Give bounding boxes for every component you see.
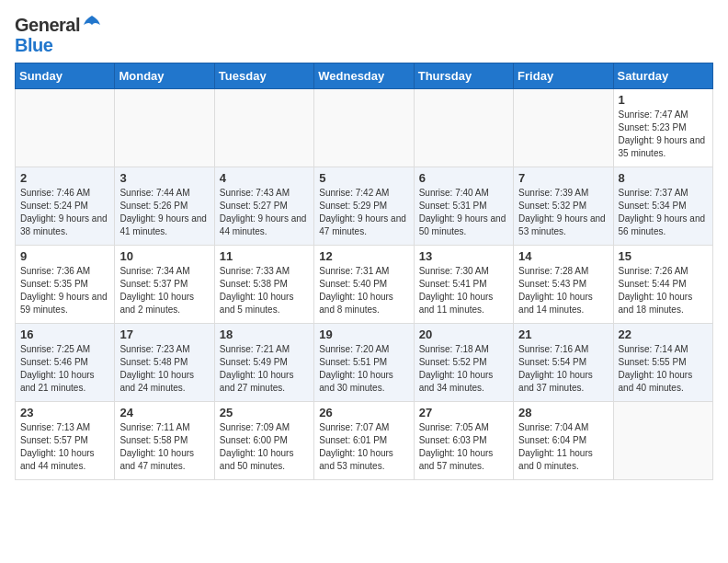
day-number: 24 [119, 406, 209, 419]
day-info: Sunrise: 7:30 AM Sunset: 5:41 PM Dayligh… [419, 265, 508, 316]
day-number: 14 [518, 249, 608, 263]
day-number: 22 [619, 327, 708, 341]
calendar-cell [115, 89, 214, 167]
day-info: Sunrise: 7:43 AM Sunset: 5:27 PM Dayligh… [220, 187, 309, 238]
day-info: Sunrise: 7:09 AM Sunset: 6:00 PM Dayligh… [220, 421, 309, 473]
day-number: 12 [319, 249, 408, 263]
calendar-cell [514, 89, 613, 167]
day-info: Sunrise: 7:04 AM Sunset: 6:04 PM Dayligh… [518, 421, 608, 473]
calendar-cell: 10Sunrise: 7:34 AM Sunset: 5:37 PM Dayli… [115, 246, 214, 324]
day-number: 26 [319, 406, 408, 419]
day-info: Sunrise: 7:26 AM Sunset: 5:44 PM Dayligh… [619, 265, 708, 316]
day-info: Sunrise: 7:20 AM Sunset: 5:51 PM Dayligh… [319, 343, 408, 395]
calendar-table: SundayMondayTuesdayWednesdayThursdayFrid… [15, 63, 713, 480]
calendar-cell: 25Sunrise: 7:09 AM Sunset: 6:00 PM Dayli… [214, 402, 313, 480]
day-info: Sunrise: 7:40 AM Sunset: 5:31 PM Dayligh… [419, 187, 508, 238]
calendar-cell: 20Sunrise: 7:18 AM Sunset: 5:52 PM Dayli… [414, 324, 513, 402]
calendar-header: SundayMondayTuesdayWednesdayThursdayFrid… [16, 63, 713, 89]
weekday-monday: Monday [115, 63, 214, 89]
day-number: 1 [619, 93, 708, 107]
calendar-cell: 17Sunrise: 7:23 AM Sunset: 5:48 PM Dayli… [115, 324, 214, 402]
day-number: 5 [319, 171, 408, 185]
day-info: Sunrise: 7:28 AM Sunset: 5:43 PM Dayligh… [518, 265, 608, 316]
calendar-cell: 19Sunrise: 7:20 AM Sunset: 5:51 PM Dayli… [314, 324, 414, 402]
calendar-cell: 3Sunrise: 7:44 AM Sunset: 5:26 PM Daylig… [115, 167, 214, 246]
logo-container: General Blue [15, 15, 102, 55]
calendar-cell: 21Sunrise: 7:16 AM Sunset: 5:54 PM Dayli… [514, 324, 613, 402]
calendar-cell: 7Sunrise: 7:39 AM Sunset: 5:32 PM Daylig… [514, 167, 613, 246]
calendar-cell: 16Sunrise: 7:25 AM Sunset: 5:46 PM Dayli… [16, 324, 115, 402]
day-info: Sunrise: 7:47 AM Sunset: 5:23 PM Dayligh… [619, 109, 708, 160]
day-number: 9 [20, 249, 109, 263]
weekday-thursday: Thursday [414, 63, 513, 89]
day-number: 13 [419, 249, 508, 263]
day-info: Sunrise: 7:07 AM Sunset: 6:01 PM Dayligh… [319, 421, 408, 473]
logo-bird-icon [82, 14, 102, 34]
day-number: 6 [419, 171, 508, 185]
calendar-cell: 9Sunrise: 7:36 AM Sunset: 5:35 PM Daylig… [16, 246, 115, 324]
calendar-week-2: 9Sunrise: 7:36 AM Sunset: 5:35 PM Daylig… [16, 246, 713, 324]
calendar-cell [414, 89, 513, 167]
calendar-cell [16, 89, 115, 167]
weekday-friday: Friday [514, 63, 613, 89]
day-info: Sunrise: 7:14 AM Sunset: 5:55 PM Dayligh… [619, 343, 708, 395]
calendar-week-3: 16Sunrise: 7:25 AM Sunset: 5:46 PM Dayli… [16, 324, 713, 402]
logo: General Blue [15, 15, 102, 55]
weekday-sunday: Sunday [16, 63, 115, 89]
day-info: Sunrise: 7:42 AM Sunset: 5:29 PM Dayligh… [319, 187, 408, 238]
calendar-cell: 6Sunrise: 7:40 AM Sunset: 5:31 PM Daylig… [414, 167, 513, 246]
day-info: Sunrise: 7:37 AM Sunset: 5:34 PM Dayligh… [619, 187, 708, 238]
calendar-cell: 27Sunrise: 7:05 AM Sunset: 6:03 PM Dayli… [414, 402, 513, 480]
day-number: 10 [119, 249, 209, 263]
day-info: Sunrise: 7:25 AM Sunset: 5:46 PM Dayligh… [20, 343, 109, 395]
calendar-cell: 26Sunrise: 7:07 AM Sunset: 6:01 PM Dayli… [314, 402, 414, 480]
day-number: 11 [220, 249, 309, 263]
calendar-cell: 23Sunrise: 7:13 AM Sunset: 5:57 PM Dayli… [16, 402, 115, 480]
day-info: Sunrise: 7:36 AM Sunset: 5:35 PM Dayligh… [20, 265, 109, 316]
weekday-tuesday: Tuesday [214, 63, 313, 89]
calendar-cell: 13Sunrise: 7:30 AM Sunset: 5:41 PM Dayli… [414, 246, 513, 324]
weekday-header-row: SundayMondayTuesdayWednesdayThursdayFrid… [16, 63, 713, 89]
calendar-cell: 5Sunrise: 7:42 AM Sunset: 5:29 PM Daylig… [314, 167, 414, 246]
calendar-week-4: 23Sunrise: 7:13 AM Sunset: 5:57 PM Dayli… [16, 402, 713, 480]
day-number: 3 [119, 171, 209, 185]
day-info: Sunrise: 7:13 AM Sunset: 5:57 PM Dayligh… [20, 421, 109, 473]
calendar-cell: 22Sunrise: 7:14 AM Sunset: 5:55 PM Dayli… [613, 324, 712, 402]
day-info: Sunrise: 7:05 AM Sunset: 6:03 PM Dayligh… [419, 421, 508, 473]
calendar-cell: 12Sunrise: 7:31 AM Sunset: 5:40 PM Dayli… [314, 246, 414, 324]
calendar-cell: 15Sunrise: 7:26 AM Sunset: 5:44 PM Dayli… [613, 246, 712, 324]
day-info: Sunrise: 7:34 AM Sunset: 5:37 PM Dayligh… [119, 265, 209, 316]
day-info: Sunrise: 7:31 AM Sunset: 5:40 PM Dayligh… [319, 265, 408, 316]
calendar-cell: 8Sunrise: 7:37 AM Sunset: 5:34 PM Daylig… [613, 167, 712, 246]
day-info: Sunrise: 7:21 AM Sunset: 5:49 PM Dayligh… [220, 343, 309, 395]
day-number: 17 [119, 327, 209, 341]
day-number: 25 [220, 406, 309, 419]
calendar-cell [613, 402, 712, 480]
calendar-cell: 18Sunrise: 7:21 AM Sunset: 5:49 PM Dayli… [214, 324, 313, 402]
day-number: 15 [619, 249, 708, 263]
day-info: Sunrise: 7:23 AM Sunset: 5:48 PM Dayligh… [119, 343, 209, 395]
day-number: 28 [518, 406, 608, 419]
page-header: General Blue [15, 15, 713, 55]
calendar-cell: 4Sunrise: 7:43 AM Sunset: 5:27 PM Daylig… [214, 167, 313, 246]
logo-general: General [15, 15, 80, 35]
day-number: 7 [518, 171, 608, 185]
calendar-cell [314, 89, 414, 167]
logo-blue: Blue [15, 35, 52, 55]
day-number: 16 [20, 327, 109, 341]
day-number: 20 [419, 327, 508, 341]
calendar-cell [214, 89, 313, 167]
day-info: Sunrise: 7:33 AM Sunset: 5:38 PM Dayligh… [220, 265, 309, 316]
weekday-saturday: Saturday [613, 63, 712, 89]
day-info: Sunrise: 7:18 AM Sunset: 5:52 PM Dayligh… [419, 343, 508, 395]
day-info: Sunrise: 7:16 AM Sunset: 5:54 PM Dayligh… [518, 343, 608, 395]
day-info: Sunrise: 7:44 AM Sunset: 5:26 PM Dayligh… [119, 187, 209, 238]
day-number: 8 [619, 171, 708, 185]
calendar-week-0: 1Sunrise: 7:47 AM Sunset: 5:23 PM Daylig… [16, 89, 713, 167]
day-number: 23 [20, 406, 109, 419]
day-number: 4 [220, 171, 309, 185]
calendar-cell: 2Sunrise: 7:46 AM Sunset: 5:24 PM Daylig… [16, 167, 115, 246]
calendar-body: 1Sunrise: 7:47 AM Sunset: 5:23 PM Daylig… [16, 89, 713, 480]
day-number: 18 [220, 327, 309, 341]
calendar-week-1: 2Sunrise: 7:46 AM Sunset: 5:24 PM Daylig… [16, 167, 713, 246]
